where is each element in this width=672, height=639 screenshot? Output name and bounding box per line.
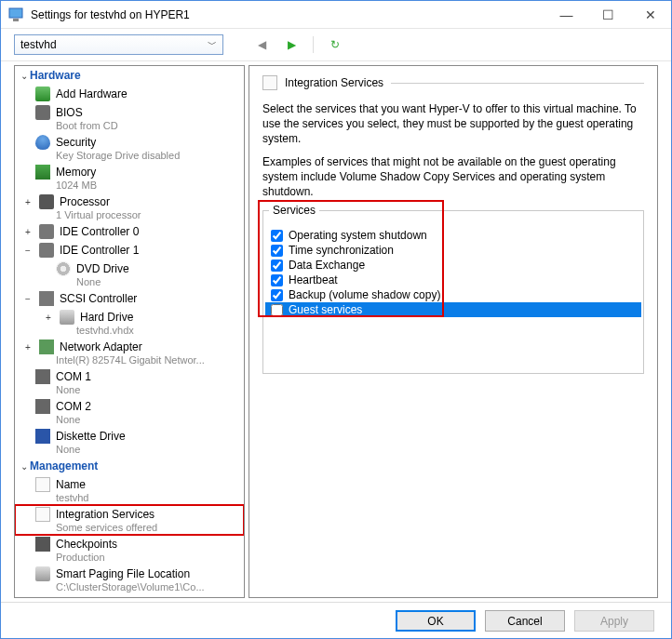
section-management[interactable]: ⌄ Management <box>15 457 244 475</box>
com-port-icon <box>35 369 50 384</box>
section-hardware[interactable]: ⌄ Hardware <box>15 66 244 85</box>
bios-icon <box>35 105 50 120</box>
tree-ide1[interactable]: −IDE Controller 1 <box>15 241 244 260</box>
expand-icon: + <box>22 227 34 237</box>
service-row[interactable]: Guest services <box>265 302 641 317</box>
collapse-icon: − <box>22 294 34 304</box>
service-checkbox[interactable] <box>271 289 283 301</box>
service-label: Operating system shutdown <box>289 229 427 242</box>
ok-button[interactable]: OK <box>396 610 476 632</box>
pane-description-1: Select the services that you want Hyper-… <box>262 101 644 147</box>
service-row[interactable]: Backup (volume shadow copy) <box>265 287 641 302</box>
dvd-icon <box>56 261 71 276</box>
service-row[interactable]: Heartbeat <box>265 273 641 287</box>
service-label: Guest services <box>289 303 362 316</box>
minimize-button[interactable]: — <box>545 1 587 28</box>
main-split: ⌄ Hardware Add Hardware BIOS Boot from C… <box>1 61 671 602</box>
back-button[interactable]: ◀ <box>251 34 272 55</box>
tree-com1[interactable]: COM 1 None <box>15 367 244 397</box>
tree-bios[interactable]: BIOS Boot from CD <box>15 103 244 133</box>
titlebar: Settings for testvhd on HYPER1 — ☐ ✕ <box>1 1 671 29</box>
toolbar: testvhd ﹀ ◀ ▶ ↻ <box>1 29 671 61</box>
paging-icon <box>35 566 50 581</box>
collapse-icon: ⌄ <box>19 71 30 81</box>
integration-icon <box>35 507 50 522</box>
chevron-down-icon: ﹀ <box>208 38 217 51</box>
vm-selector-value: testvhd <box>20 38 57 51</box>
expand-icon: + <box>22 197 34 207</box>
service-row[interactable]: Operating system shutdown <box>265 228 641 243</box>
service-checkbox[interactable] <box>271 304 283 316</box>
settings-tree[interactable]: ⌄ Hardware Add Hardware BIOS Boot from C… <box>14 65 245 598</box>
controller-icon <box>39 224 54 239</box>
tree-floppy[interactable]: Diskette Drive None <box>15 427 244 457</box>
tree-smart-paging[interactable]: Smart Paging File Location C:\ClusterSto… <box>15 565 244 594</box>
service-checkbox[interactable] <box>271 260 283 272</box>
service-label: Backup (volume shadow copy) <box>289 288 440 301</box>
name-icon <box>35 477 50 492</box>
service-checkbox[interactable] <box>271 230 283 242</box>
checkpoints-icon <box>35 537 50 552</box>
processor-icon <box>39 194 54 209</box>
apply-button[interactable]: Apply <box>574 610 654 632</box>
vm-selector[interactable]: testvhd ﹀ <box>14 34 223 55</box>
add-hardware-icon <box>35 87 50 101</box>
refresh-button[interactable]: ↻ <box>325 34 345 55</box>
security-icon <box>35 135 50 150</box>
tree-processor[interactable]: +Processor 1 Virtual processor <box>15 193 244 222</box>
service-label: Heartbeat <box>289 273 338 286</box>
expand-icon: + <box>43 313 54 323</box>
pane-icon <box>262 75 277 90</box>
collapse-icon: − <box>22 246 34 256</box>
controller-icon <box>39 291 54 306</box>
window-title: Settings for testvhd on HYPER1 <box>31 8 545 21</box>
tree-security[interactable]: Security Key Storage Drive disabled <box>15 133 244 163</box>
controller-icon <box>39 243 54 258</box>
tree-network[interactable]: +Network Adapter Intel(R) 82574L Gigabit… <box>15 338 244 367</box>
expand-icon: + <box>22 342 34 353</box>
tree-name[interactable]: Name testvhd <box>15 475 244 505</box>
close-button[interactable]: ✕ <box>629 1 671 28</box>
maximize-button[interactable]: ☐ <box>587 1 629 28</box>
service-label: Data Exchange <box>289 259 365 272</box>
tree-integration-services[interactable]: Integration Services Some services offer… <box>15 505 244 535</box>
tree-scsi[interactable]: −SCSI Controller <box>15 289 244 308</box>
svg-rect-1 <box>13 19 19 21</box>
settings-pane: Integration Services Select the services… <box>249 65 658 598</box>
app-icon <box>8 7 23 22</box>
service-row[interactable]: Data Exchange <box>265 258 641 273</box>
service-label: Time synchronization <box>289 244 394 257</box>
service-checkbox[interactable] <box>271 245 283 257</box>
service-row[interactable]: Time synchronization <box>265 243 641 258</box>
section-label: Management <box>30 459 98 473</box>
divider <box>391 83 644 84</box>
svg-rect-0 <box>9 8 22 18</box>
memory-icon <box>35 165 50 180</box>
com-port-icon <box>35 399 50 414</box>
tree-harddrive[interactable]: +Hard Drive testvhd.vhdx <box>15 308 244 338</box>
toolbar-separator <box>313 36 314 53</box>
harddrive-icon <box>60 310 74 325</box>
pane-title: Integration Services <box>285 76 383 89</box>
pane-description-2: Examples of services that might not be a… <box>262 154 644 200</box>
tree-ide0[interactable]: +IDE Controller 0 <box>15 222 244 241</box>
forward-button[interactable]: ▶ <box>281 34 302 55</box>
tree-memory[interactable]: Memory 1024 MB <box>15 163 244 193</box>
tree-com2[interactable]: COM 2 None <box>15 397 244 427</box>
dialog-footer: OK Cancel Apply <box>1 602 671 639</box>
cancel-button[interactable]: Cancel <box>485 610 565 632</box>
diskette-icon <box>35 429 50 444</box>
group-label: Services <box>269 204 319 217</box>
section-label: Hardware <box>30 69 81 82</box>
services-group: Services Operating system shutdownTime s… <box>262 210 644 374</box>
collapse-icon: ⌄ <box>19 461 30 472</box>
tree-add-hardware[interactable]: Add Hardware <box>15 85 244 103</box>
tree-dvd[interactable]: DVD Drive None <box>15 260 244 289</box>
network-icon <box>39 339 54 354</box>
service-checkbox[interactable] <box>271 274 283 286</box>
tree-checkpoints[interactable]: Checkpoints Production <box>15 535 244 565</box>
